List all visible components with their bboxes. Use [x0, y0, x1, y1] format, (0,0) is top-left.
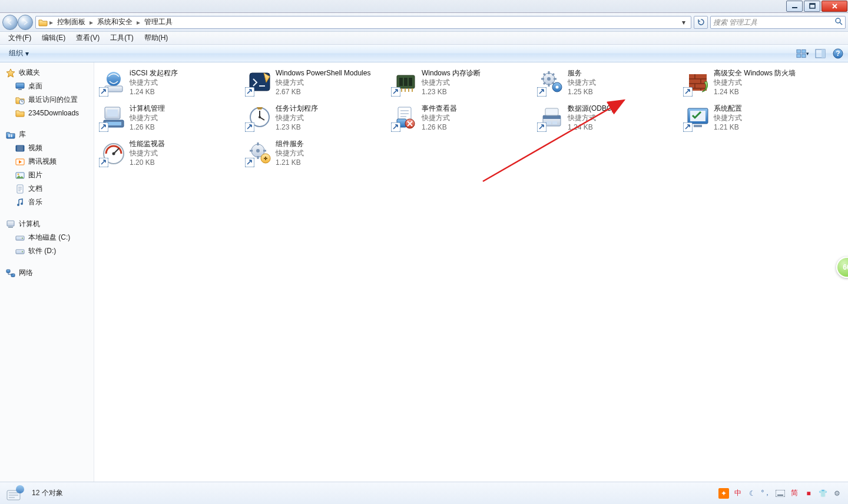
maximize-button[interactable] [804, 1, 820, 12]
close-button[interactable] [822, 1, 847, 12]
file-icon [100, 68, 127, 95]
file-item[interactable]: 计算机管理 快捷方式 1.26 KB [97, 102, 243, 138]
file-size: 1.21 KB [276, 158, 304, 167]
file-size: 1.25 KB [568, 87, 596, 97]
nav-item-video[interactable]: 视频 [5, 141, 94, 155]
menu-view[interactable]: 查看(V) [71, 32, 104, 44]
menu-edit[interactable]: 编辑(E) [37, 32, 70, 44]
minimize-button[interactable] [786, 1, 803, 12]
file-item[interactable]: 组件服务 快捷方式 1.21 KB [243, 138, 389, 173]
file-icon [538, 68, 565, 95]
nav-item-label: 软件 (D:) [28, 246, 56, 256]
svg-rect-65 [810, 4, 815, 5]
tray-ime-lang[interactable]: 中 [733, 488, 743, 499]
refresh-button[interactable] [694, 16, 708, 29]
edge-badge[interactable]: 60 [836, 257, 848, 278]
file-type: 快捷方式 [714, 78, 796, 87]
file-type: 快捷方式 [276, 113, 318, 122]
file-item[interactable]: 系统配置 快捷方式 1.21 KB [681, 102, 827, 138]
chevron-down-icon: ▾ [25, 49, 29, 58]
svg-point-69 [16, 485, 24, 493]
nav-group-label: 库 [19, 130, 26, 140]
svg-rect-70 [776, 490, 785, 497]
tray-moon-icon[interactable]: ☾ [747, 488, 757, 499]
preview-pane-button[interactable] [814, 47, 827, 60]
tray-app-icon[interactable]: ✦ [718, 488, 729, 499]
nav-item-documents[interactable]: 文档 [5, 182, 94, 195]
breadcrumb-item[interactable]: 管理工具 [142, 17, 175, 27]
search-input[interactable] [713, 18, 834, 26]
file-icon [538, 104, 565, 131]
organize-label: 组织 [9, 48, 23, 58]
shortcut-overlay-icon [245, 158, 254, 167]
file-icon [392, 68, 419, 95]
tray-punct-icon[interactable]: °， [761, 488, 771, 499]
shortcut-overlay-icon [391, 87, 400, 97]
search-icon[interactable] [834, 17, 843, 27]
svg-point-66 [836, 18, 840, 23]
file-item[interactable]: iSCSI 发起程序 快捷方式 1.24 KB [97, 67, 243, 102]
nav-computer[interactable]: 计算机 [5, 217, 94, 231]
file-name: 任务计划程序 [276, 104, 318, 113]
file-size: 1.24 KB [130, 87, 178, 97]
file-name: 系统配置 [714, 104, 742, 113]
file-name: Windows PowerShell Modules [276, 68, 370, 78]
address-bar[interactable]: ▸ 控制面板 ▸ 系统和安全 ▸ 管理工具 ▾ [35, 16, 691, 29]
search-box[interactable] [710, 16, 846, 29]
file-size: 1.23 KB [422, 87, 481, 97]
tray-shirt-icon[interactable]: 👕 [817, 488, 828, 499]
file-item[interactable]: 任务计划程序 快捷方式 1.23 KB [243, 102, 389, 138]
forward-button[interactable] [18, 15, 33, 30]
tray-simplified[interactable]: 简 [789, 488, 800, 499]
nav-network[interactable]: 网络 [5, 266, 94, 280]
file-type: 快捷方式 [422, 113, 457, 122]
breadcrumb-item[interactable]: 控制面板 [55, 17, 88, 27]
shortcut-overlay-icon [245, 87, 254, 97]
file-icon [100, 104, 127, 131]
menu-help[interactable]: 帮助(H) [140, 32, 173, 44]
nav-item-label: 2345Downloads [28, 109, 79, 117]
file-item[interactable]: 数据源(ODBC) 快捷方式 1.24 KB [535, 102, 681, 138]
menu-tools[interactable]: 工具(T) [105, 32, 138, 44]
file-item[interactable]: 高级安全 Windows 防火墙 快捷方式 1.24 KB [681, 67, 827, 102]
nav-item-downloads[interactable]: 2345Downloads [5, 107, 94, 120]
file-icon [392, 104, 419, 131]
nav-item-label: 腾讯视频 [28, 157, 57, 167]
tray-keyboard-icon[interactable] [775, 488, 786, 499]
nav-favorites[interactable]: 收藏夹 [5, 66, 94, 79]
nav-item-pictures[interactable]: 图片 [5, 168, 94, 182]
file-type: 快捷方式 [130, 148, 165, 158]
file-name: 性能监视器 [130, 139, 165, 148]
window-titlebar [0, 0, 848, 13]
menu-file[interactable]: 文件(F) [4, 32, 36, 44]
nav-item-music[interactable]: 音乐 [5, 195, 94, 209]
file-size: 1.21 KB [714, 122, 742, 132]
back-button[interactable] [2, 15, 18, 30]
file-item[interactable]: Windows PowerShell Modules 快捷方式 2.67 KB [243, 67, 389, 102]
tray-camera-icon[interactable]: ■ [803, 488, 814, 499]
nav-item-drive-c[interactable]: 本地磁盘 (C:) [5, 231, 94, 244]
nav-item-recent[interactable]: 最近访问的位置 [5, 93, 94, 107]
views-button[interactable]: ▾ [796, 47, 809, 60]
nav-item-desktop[interactable]: 桌面 [5, 79, 94, 93]
breadcrumb-item[interactable]: 系统和安全 [95, 17, 135, 27]
location-icon [38, 18, 48, 27]
address-dropdown[interactable]: ▾ [679, 18, 688, 26]
nav-item-tencent[interactable]: 腾讯视频 [5, 155, 94, 168]
file-name: Windows 内存诊断 [422, 68, 481, 78]
nav-item-drive-d[interactable]: 软件 (D:) [5, 244, 94, 258]
nav-libraries[interactable]: 库 [5, 128, 94, 141]
nav-group-label: 网络 [19, 268, 33, 278]
nav-item-label: 文档 [28, 184, 42, 194]
nav-item-label: 桌面 [28, 81, 42, 91]
file-item[interactable]: Windows 内存诊断 快捷方式 1.23 KB [389, 67, 535, 102]
status-icon [6, 485, 26, 502]
organize-button[interactable]: 组织 ▾ [4, 46, 34, 61]
help-button[interactable] [832, 47, 844, 60]
file-size: 1.26 KB [422, 122, 457, 132]
file-item[interactable]: 性能监视器 快捷方式 1.20 KB [97, 138, 243, 173]
file-item[interactable]: 服务 快捷方式 1.25 KB [535, 67, 681, 102]
file-item[interactable]: 事件查看器 快捷方式 1.26 KB [389, 102, 535, 138]
tray-gear-icon[interactable]: ⚙ [832, 488, 842, 499]
content-area[interactable]: iSCSI 发起程序 快捷方式 1.24 KB Windows PowerShe… [94, 62, 848, 482]
